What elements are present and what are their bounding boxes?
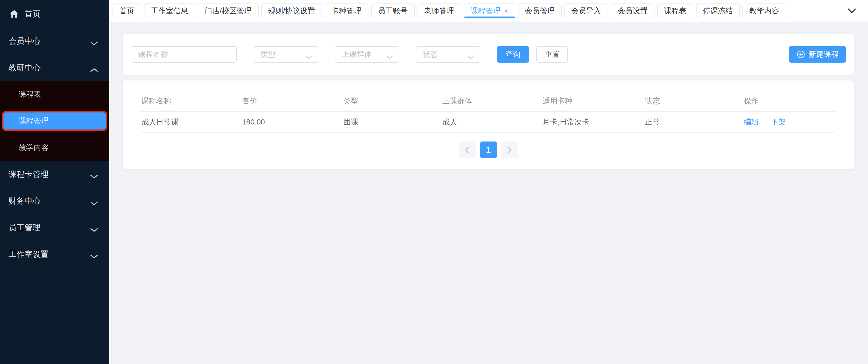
sidebar-section-label: 工作室设置 — [8, 249, 49, 260]
cell-status: 正常 — [645, 111, 744, 133]
chevron-down-icon — [468, 53, 474, 56]
col-class-group: 上课群体 — [442, 91, 542, 111]
unpublish-link[interactable]: 下架 — [771, 118, 786, 126]
col-price: 售价 — [242, 91, 343, 111]
status-select[interactable]: 状态 — [416, 46, 480, 63]
table-header-row: 课程名称 售价 类型 上课群体 适用卡种 状态 操作 — [141, 91, 835, 111]
pagination-prev-button[interactable] — [459, 141, 475, 158]
sidebar-section-label: 员工管理 — [8, 222, 40, 233]
chevron-left-icon — [464, 146, 470, 154]
cell-actions: 编辑 下架 — [744, 111, 835, 133]
course-name-input[interactable] — [131, 46, 237, 63]
chevron-right-icon — [507, 146, 513, 154]
close-icon[interactable]: × — [504, 7, 508, 14]
app-root: 首页 会员中心 教研中心 课程表 课程管理 教学内容 课程卡管理 — [0, 0, 868, 364]
plus-circle-icon — [797, 50, 805, 59]
class-group-select[interactable]: 上课群体 — [335, 46, 399, 63]
tab-course-management-active[interactable]: 课程管理 × — [464, 3, 515, 19]
sidebar-item-finance-center[interactable]: 财务中心 — [0, 188, 109, 214]
pagination-next-button[interactable] — [501, 141, 518, 158]
col-applicable-cards: 适用卡种 — [542, 91, 645, 111]
tab-member-settings[interactable]: 会员设置 — [611, 3, 654, 19]
pagination-page-1-button[interactable]: 1 — [480, 141, 497, 158]
sidebar-section-label: 课程卡管理 — [8, 169, 49, 180]
tab-staff-accounts[interactable]: 员工账号 — [371, 3, 415, 19]
col-status: 状态 — [645, 91, 744, 111]
tab-member-import[interactable]: 会员导入 — [564, 3, 608, 19]
tab-course-schedule[interactable]: 课程表 — [657, 3, 693, 19]
content-area: 类型 上课群体 状态 查询 — [109, 22, 868, 364]
cell-type: 团课 — [343, 111, 442, 133]
sidebar-item-teaching-research[interactable]: 教研中心 — [0, 54, 109, 81]
cell-course-name: 成人日常课 — [141, 111, 242, 133]
class-group-select-value: 上课群体 — [342, 49, 372, 59]
tabbar-collapse-chevron-down-icon[interactable] — [847, 8, 856, 14]
table-row: 成人日常课 180.00 团课 成人 月卡,日常次卡 正常 编辑 下架 — [141, 111, 835, 133]
sidebar-item-studio-settings[interactable]: 工作室设置 — [0, 241, 109, 268]
chevron-down-icon — [90, 39, 98, 43]
sidebar-home-label: 首页 — [25, 8, 40, 20]
chevron-up-icon — [90, 65, 98, 70]
sidebar-item-course-management[interactable]: 课程管理 — [3, 112, 106, 130]
edit-link[interactable]: 编辑 — [744, 118, 759, 126]
chevron-down-icon — [90, 225, 98, 230]
tabbar: 首页 工作室信息 门店/校区管理 规则/协议设置 卡种管理 员工账号 老师管理 … — [109, 0, 868, 22]
tab-store-campus-management[interactable]: 门店/校区管理 — [198, 3, 258, 19]
sidebar-section-label: 财务中心 — [8, 196, 40, 206]
chevron-down-icon — [386, 53, 393, 56]
chevron-down-icon — [90, 252, 98, 257]
tab-label: 课程管理 — [471, 6, 501, 16]
sidebar-item-staff-management[interactable]: 员工管理 — [0, 214, 109, 241]
tab-teacher-management[interactable]: 老师管理 — [417, 3, 461, 19]
sidebar-section-label: 教研中心 — [8, 62, 40, 73]
sidebar: 首页 会员中心 教研中心 课程表 课程管理 教学内容 课程卡管理 — [0, 0, 109, 364]
annotation-highlight-box: 课程管理 — [2, 111, 107, 131]
tab-card-type-management[interactable]: 卡种管理 — [325, 3, 368, 19]
course-table-card: 课程名称 售价 类型 上课群体 适用卡种 状态 操作 成人日常课 180.00 — [123, 80, 854, 169]
col-actions: 操作 — [744, 91, 835, 111]
cell-price: 180.00 — [242, 111, 343, 133]
tab-home[interactable]: 首页 — [113, 3, 141, 19]
chevron-down-icon — [306, 53, 312, 56]
tab-class-suspension[interactable]: 停课冻结 — [696, 3, 740, 19]
sidebar-item-member-center[interactable]: 会员中心 — [0, 28, 109, 54]
filter-card: 类型 上课群体 状态 查询 — [123, 34, 854, 75]
col-type: 类型 — [343, 91, 442, 111]
course-table: 课程名称 售价 类型 上课群体 适用卡种 状态 操作 成人日常课 180.00 — [141, 91, 835, 133]
home-icon — [9, 9, 19, 18]
search-button[interactable]: 查询 — [497, 46, 529, 63]
tab-member-management[interactable]: 会员管理 — [518, 3, 562, 19]
type-select-value: 类型 — [261, 49, 276, 59]
main-area: 首页 工作室信息 门店/校区管理 规则/协议设置 卡种管理 员工账号 老师管理 … — [109, 0, 868, 364]
chevron-down-icon — [90, 172, 98, 177]
sidebar-section-label: 会员中心 — [8, 36, 40, 46]
sidebar-item-home[interactable]: 首页 — [0, 0, 109, 28]
pagination: 1 — [141, 141, 835, 158]
cell-applicable-cards: 月卡,日常次卡 — [542, 111, 645, 133]
col-course-name: 课程名称 — [141, 91, 242, 111]
tab-rules-agreement-settings[interactable]: 规则/协议设置 — [261, 3, 322, 19]
sidebar-item-course-schedule[interactable]: 课程表 — [0, 81, 109, 108]
create-course-label: 新建课程 — [809, 49, 839, 59]
cell-class-group: 成人 — [442, 111, 542, 133]
reset-button[interactable]: 重置 — [536, 46, 568, 63]
chevron-down-icon — [90, 199, 98, 203]
status-select-value: 状态 — [423, 49, 438, 59]
create-course-button[interactable]: 新建课程 — [789, 46, 846, 63]
tab-studio-info[interactable]: 工作室信息 — [144, 3, 195, 19]
sidebar-item-teaching-content[interactable]: 教学内容 — [0, 134, 109, 161]
type-select[interactable]: 类型 — [254, 46, 318, 63]
tab-teaching-content[interactable]: 教学内容 — [742, 3, 786, 19]
sidebar-submenu-teaching-research: 课程表 课程管理 教学内容 — [0, 81, 109, 161]
sidebar-item-course-card-management[interactable]: 课程卡管理 — [0, 161, 109, 188]
